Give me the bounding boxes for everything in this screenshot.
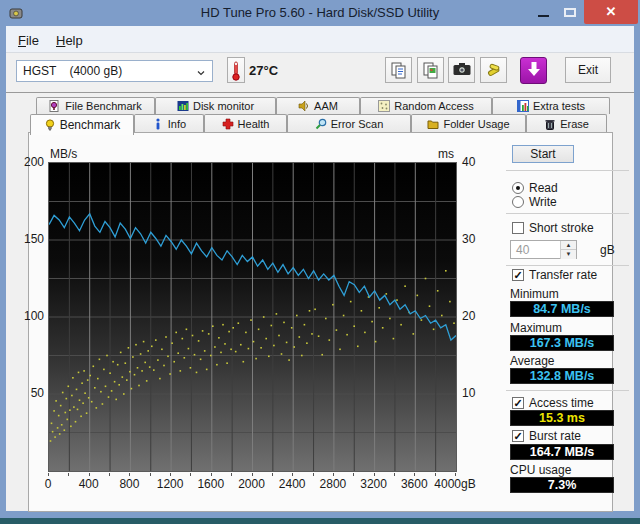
x-tick-mark — [292, 473, 293, 476]
x-tick-mark — [231, 473, 232, 476]
y-right-tick-label: 10 — [462, 386, 475, 400]
drive-select-dropdown[interactable]: HGST (4000 gB) — [16, 60, 213, 82]
magnifier-icon — [315, 118, 327, 130]
y-right-axis-unit: ms — [438, 147, 454, 161]
x-tick-label: 4000gB — [415, 477, 495, 491]
menu-file[interactable]: File — [12, 31, 45, 49]
write-radio[interactable] — [512, 196, 524, 208]
tab-health[interactable]: Health — [204, 114, 287, 133]
tab-label: File Benchmark — [65, 100, 141, 112]
app-window: HD Tune Pro 5.60 - Hard Disk/SSD Utility… — [0, 0, 640, 518]
burst-rate-value: 164.7 MB/s — [510, 444, 614, 460]
tab-disk-monitor[interactable]: Disk monitor — [155, 97, 276, 114]
speaker-icon — [298, 100, 310, 112]
panel-separator — [506, 213, 629, 214]
spinner-down-button[interactable]: ▼ — [560, 250, 576, 259]
camera-button[interactable] — [448, 57, 475, 83]
average-value: 132.8 MB/s — [510, 368, 614, 384]
extra-tests-icon — [517, 100, 529, 112]
x-tick-mark — [109, 473, 110, 476]
tab-label: Health — [238, 118, 270, 130]
x-tick-mark — [455, 473, 456, 476]
x-tick-mark — [89, 473, 90, 476]
menu-help[interactable]: Help — [50, 31, 89, 49]
tab-label: Extra tests — [533, 100, 585, 112]
panel-separator — [506, 170, 629, 171]
file-benchmark-icon — [49, 100, 61, 112]
y-left-tick-label: 150 — [12, 232, 44, 246]
toolbar: HGST (4000 gB) 27°C Exit — [6, 53, 634, 93]
title-bar[interactable]: HD Tune Pro 5.60 - Hard Disk/SSD Utility… — [0, 0, 640, 26]
close-button[interactable]: ✕ — [584, 0, 638, 24]
window-bottom-border — [0, 511, 640, 518]
spinner-up-button[interactable]: ▲ — [560, 241, 576, 250]
tab-random-access[interactable]: Random Access — [360, 97, 492, 114]
transfer-rate-label: Transfer rate — [529, 268, 597, 282]
y-left-axis-unit: MB/s — [50, 147, 77, 161]
tab-label: Random Access — [394, 100, 473, 112]
x-tick-mark — [353, 473, 354, 476]
maximize-icon — [564, 8, 576, 17]
maximize-button[interactable] — [558, 0, 582, 24]
plot-area — [48, 162, 457, 472]
read-radio[interactable] — [512, 182, 524, 194]
copy-text-icon — [390, 61, 408, 79]
y-right-tick-label: 20 — [462, 309, 475, 323]
access-time-checkbox[interactable]: ✓ — [512, 397, 524, 409]
y-left-tick-label: 50 — [12, 386, 44, 400]
x-tick-mark — [374, 473, 375, 476]
tab-error-scan[interactable]: Error Scan — [287, 114, 411, 133]
tab-label: AAM — [314, 100, 338, 112]
burst-rate-label: Burst rate — [529, 429, 581, 443]
transfer-rate-checkbox[interactable]: ✓ — [512, 269, 524, 281]
short-stroke-label: Short stroke — [529, 221, 594, 235]
x-tick-mark — [313, 473, 314, 476]
tab-erase[interactable]: Erase — [526, 114, 607, 133]
x-tick-mark — [435, 473, 436, 476]
tab-info[interactable]: Info — [134, 114, 204, 133]
maximum-label: Maximum — [510, 321, 562, 335]
x-tick-mark — [150, 473, 151, 476]
tab-benchmark[interactable]: Benchmark — [30, 114, 134, 135]
x-tick-mark — [170, 473, 171, 476]
x-tick-mark — [129, 473, 130, 476]
read-label: Read — [529, 181, 558, 195]
menu-bar: File Help — [6, 26, 634, 53]
chevron-down-icon — [197, 69, 205, 77]
tools-button[interactable] — [480, 57, 507, 83]
health-cross-icon — [222, 118, 234, 130]
x-tick-mark — [394, 473, 395, 476]
tab-aam[interactable]: AAM — [276, 97, 360, 114]
radio-dot — [516, 186, 520, 190]
maximum-value: 167.3 MB/s — [510, 335, 614, 351]
short-stroke-capacity-spinner[interactable]: 40 ▲ ▼ — [510, 240, 577, 259]
screen: HD Tune Pro 5.60 - Hard Disk/SSD Utility… — [0, 0, 640, 524]
disk-monitor-icon — [177, 100, 189, 112]
tools-icon — [485, 61, 503, 79]
tab-extra-tests[interactable]: Extra tests — [492, 97, 610, 114]
exit-button[interactable]: Exit — [565, 57, 611, 83]
copy-image-button[interactable] — [417, 57, 444, 83]
burst-rate-checkbox[interactable]: ✓ — [512, 430, 524, 442]
y-right-tick-label: 30 — [462, 232, 475, 246]
temperature-button[interactable] — [227, 57, 245, 83]
tab-label: Error Scan — [331, 118, 384, 130]
tab-folder-usage[interactable]: Folder Usage — [411, 114, 526, 133]
copy-text-button[interactable] — [385, 57, 412, 83]
thermometer-icon — [231, 61, 241, 81]
short-stroke-checkbox[interactable] — [512, 222, 524, 234]
close-icon: ✕ — [606, 4, 617, 19]
tab-label: Folder Usage — [443, 118, 509, 130]
cpu-usage-label: CPU usage — [510, 463, 571, 477]
tab-label: Disk monitor — [193, 100, 254, 112]
trash-icon — [544, 118, 556, 130]
start-button[interactable]: Start — [512, 145, 574, 163]
download-button[interactable] — [520, 57, 547, 84]
tab-file-benchmark[interactable]: File Benchmark — [36, 97, 155, 114]
x-tick-mark — [190, 473, 191, 476]
desktop-background-strip — [0, 518, 640, 524]
x-tick-mark — [252, 473, 253, 476]
panel-separator — [506, 390, 629, 391]
minimize-button[interactable] — [532, 0, 556, 24]
access-time-value: 15.3 ms — [510, 410, 614, 426]
